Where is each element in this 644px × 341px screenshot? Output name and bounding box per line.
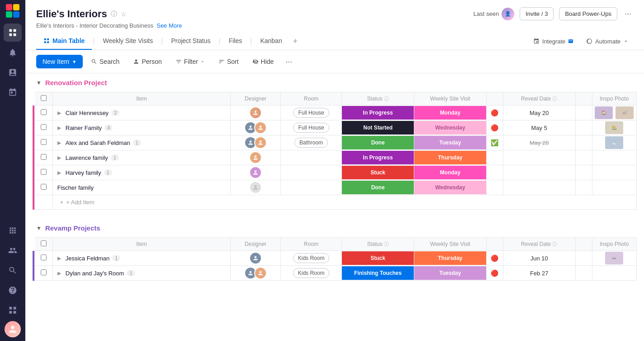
sidebar-item-search[interactable] [4,261,22,279]
sidebar-item-notifications[interactable] [4,43,22,62]
designer-avatar [254,121,267,134]
status-badge: Stuck [342,166,414,179]
table-row: ▶ Alex and Sarah Feldman 1 ⊕ [33,135,637,150]
tab-project-status[interactable]: Project Status [164,33,218,50]
table-row: ▶ Rainer Family 4 💬 ⊕ [33,120,637,135]
integrate-button[interactable]: Integrate [529,35,578,48]
row-checkbox[interactable] [41,109,47,115]
hide-button[interactable]: Hide [247,55,279,68]
sidebar-item-apps[interactable] [4,221,22,240]
main-area: Ellie's Interiors ⓘ ☆ Last seen 👤 Invite… [25,0,644,341]
group-title-revamp: Revamp Projects [45,224,100,232]
group-chevron-renovation[interactable]: ▼ [36,80,42,86]
group-table-revamp: Item Designer Room Status ⓘ Weekly Site … [25,237,644,281]
add-tab-button[interactable]: + [289,33,302,50]
col-header-visit-info-revamp [486,238,503,251]
row-expand-btn[interactable]: ▶ [57,155,61,161]
svg-rect-1 [13,4,19,10]
row-checkbox[interactable] [41,255,47,260]
last-seen-avatar: 👤 [502,8,514,20]
svg-rect-0 [6,4,12,10]
sidebar-item-grid[interactable] [4,301,22,319]
svg-rect-4 [9,29,12,32]
row-expand-btn[interactable]: ▶ [57,110,61,116]
sidebar-item-help[interactable] [4,281,22,299]
tab-weekly-site-visits[interactable]: Weekly Site Visits [95,33,160,50]
star-icon[interactable]: ☆ [121,10,127,18]
toolbar-more-button[interactable]: ··· [282,55,296,68]
info-icon[interactable]: ⓘ [111,10,117,18]
svg-rect-5 [14,29,16,32]
visit-badge: Wednesday [414,181,486,194]
reveal-date: May 28 [503,135,575,150]
row-checkbox[interactable] [41,169,47,175]
col-header-visit-renovation: Weekly Site Visit [414,92,487,106]
invite-button[interactable]: Invite / 3 [520,7,554,20]
designer-avatar [249,252,262,264]
person-button[interactable]: Person [128,55,167,68]
designer-avatar [249,106,262,119]
row-checkbox[interactable] [41,184,47,190]
status-badge: In Progress [342,151,414,164]
row-expand-btn[interactable]: ▶ [57,270,61,276]
alert-icon: 🔴 [491,124,498,131]
sidebar-item-people[interactable] [4,241,22,259]
sidebar-item-inbox[interactable] [4,63,22,82]
col-header-reveal-info-revamp [575,238,592,251]
photo-thumbnail: 🛏 [605,252,623,264]
see-more-link[interactable]: See More [156,22,182,29]
designer-avatar [249,166,262,179]
sidebar-item-calendar[interactable] [4,83,22,101]
more-options-button[interactable]: ··· [623,7,633,20]
row-checkbox[interactable] [41,154,47,160]
group-header-revamp[interactable]: ▼ Revamp Projects [25,219,644,237]
row-checkbox[interactable] [41,124,47,130]
user-avatar[interactable] [5,321,21,337]
tab-files[interactable]: Files [222,33,250,50]
content-area: ▼ Renovation Project [25,73,644,341]
sidebar-item-boards[interactable] [4,24,22,42]
row-checkbox[interactable] [41,269,47,275]
app-logo[interactable] [5,4,20,18]
photo-thumbnail: 🏡 [605,121,623,134]
row-expand-btn[interactable]: ▶ [57,140,61,146]
filter-button[interactable]: Filter [170,55,210,68]
search-button[interactable]: Search [85,55,125,68]
status-badge: Not Started [342,121,414,134]
svg-rect-6 [9,34,12,36]
automate-button[interactable]: Automate [582,35,633,48]
row-expand-btn[interactable]: ▶ [57,125,61,131]
col-header-room-revamp: Room [280,238,341,251]
item-name: Harvey family [66,169,101,176]
reveal-date: Jun 10 [503,251,575,266]
status-badge: In Progress [342,106,414,120]
page-header: Ellie's Interiors ⓘ ☆ Last seen 👤 Invite… [25,0,644,50]
row-expand-btn[interactable]: ▶ [57,255,61,261]
col-header-visit-info-renovation [486,92,503,106]
new-item-dropdown-arrow[interactable]: ▼ [72,59,76,64]
item-count: 1 [127,270,135,276]
add-item-button[interactable]: + + Add Item [53,195,636,209]
board-powerups-button[interactable]: Board Power-Ups [559,7,617,20]
group-chevron-revamp[interactable]: ▼ [36,225,42,231]
group-header-renovation[interactable]: ▼ Renovation Project [25,73,644,92]
page-title: Ellie's Interiors [36,8,107,20]
visit-badge: Thursday [414,151,486,164]
visit-badge: Wednesday [414,121,486,134]
item-count: 2 [111,110,119,116]
new-item-button[interactable]: New Item ▼ [36,55,83,68]
reveal-date: May 5 [503,120,575,135]
tab-main-table[interactable]: Main Table [36,33,92,50]
table-row: ▶ Dylan and Jay's Room 1 ⊕ [33,266,637,281]
row-checkbox[interactable] [41,139,47,145]
table-row: Fischer family ⊕ [33,180,637,195]
sort-button[interactable]: Sort [213,55,244,68]
select-all-checkbox-renovation[interactable] [41,95,47,101]
item-name: Lawrence family [66,154,108,161]
tab-kanban[interactable]: Kanban [253,33,289,50]
select-all-checkbox-revamp[interactable] [41,240,47,246]
visit-badge: Thursday [414,251,486,265]
last-seen-indicator: Last seen 👤 [474,8,514,20]
photo-thumbnail: 🏠 [595,106,613,119]
row-expand-btn[interactable]: ▶ [57,170,61,176]
